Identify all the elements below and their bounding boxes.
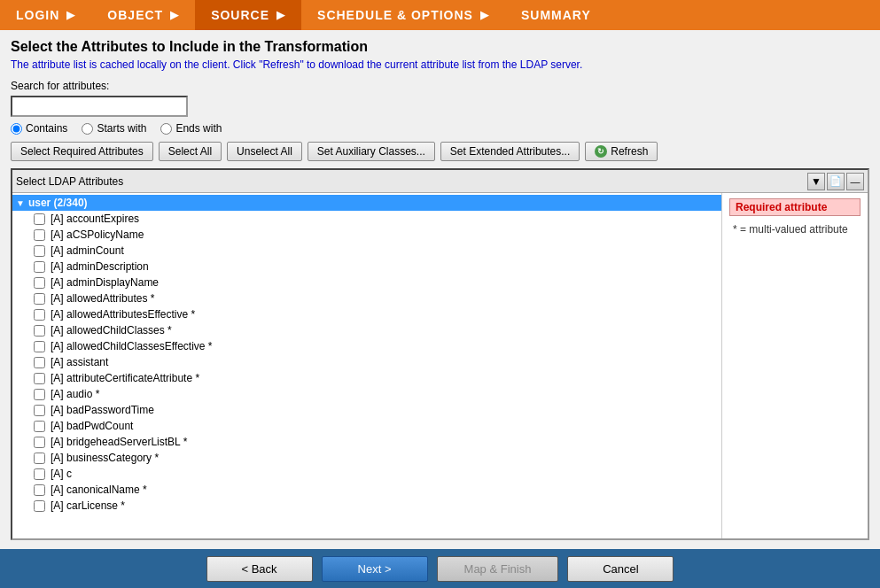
nav-source-label: SOURCE <box>211 8 269 22</box>
list-item: [A] aCSPolicyName <box>12 227 721 243</box>
attr-checkbox[interactable] <box>34 453 45 464</box>
group-label: user (2/340) <box>28 197 88 209</box>
list-item: [A] adminDescription <box>12 259 721 275</box>
attr-label[interactable]: [A] audio * <box>51 388 99 400</box>
radio-ends-with-input[interactable] <box>160 123 172 135</box>
cancel-button[interactable]: Cancel <box>567 556 674 582</box>
bottom-bar: < Back Next > Map & Finish Cancel <box>0 549 880 588</box>
list-item: [A] businessCategory * <box>12 450 721 466</box>
set-auxiliary-button[interactable]: Set Auxiliary Classes... <box>308 142 435 161</box>
attr-label[interactable]: [A] adminDisplayName <box>51 276 159 289</box>
list-item: [A] allowedChildClassesEffective * <box>12 338 721 354</box>
attr-checkbox[interactable] <box>34 309 45 321</box>
attr-label[interactable]: [A] assistant <box>51 356 108 368</box>
attr-label[interactable]: [A] attributeCertificateAttribute * <box>51 372 199 384</box>
next-button[interactable]: Next > <box>322 556 428 582</box>
attr-checkbox[interactable] <box>34 421 45 432</box>
attr-label[interactable]: [A] bridgeheadServerListBL * <box>51 436 187 448</box>
attr-label[interactable]: [A] businessCategory * <box>51 452 159 464</box>
radio-contains-input[interactable] <box>11 123 22 135</box>
attributes-panel: Select LDAP Attributes ▼ 📄 — ▼ user (2/3… <box>11 168 869 540</box>
dropdown-icon[interactable]: ▼ <box>807 173 825 190</box>
radio-ends-with[interactable]: Ends with <box>160 122 222 135</box>
list-item: [A] canonicalName * <box>12 482 721 498</box>
refresh-icon: ↻ <box>595 145 607 158</box>
list-item: [A] adminCount <box>12 243 721 259</box>
nav-object[interactable]: OBJECT ▶ <box>91 0 195 30</box>
nav-summary[interactable]: SUMMARY <box>505 0 607 30</box>
list-item: [A] assistant <box>12 354 721 370</box>
attr-label[interactable]: [A] badPwdCount <box>51 420 133 432</box>
top-nav: LOGIN ▶ OBJECT ▶ SOURCE ▶ SCHEDULE & OPT… <box>0 0 880 30</box>
map-finish-button: Map & Finish <box>437 556 559 582</box>
nav-source-arrow: ▶ <box>276 9 285 21</box>
list-item: [A] adminDisplayName <box>12 275 721 290</box>
search-input[interactable] <box>11 96 188 117</box>
main-content: Select the Attributes to Include in the … <box>0 30 880 549</box>
attr-label[interactable]: [A] allowedChildClassesEffective * <box>51 340 213 352</box>
attr-label[interactable]: [A] allowedChildClasses * <box>51 324 172 337</box>
list-item: [A] c <box>12 466 721 482</box>
nav-schedule-label: SCHEDULE & OPTIONS <box>317 8 473 22</box>
attr-checkbox[interactable] <box>34 293 45 305</box>
attr-label[interactable]: [A] accountExpires <box>51 213 139 225</box>
legend-multi: * = multi-valued attribute <box>729 221 861 237</box>
list-item: [A] accountExpires <box>12 211 721 227</box>
list-item: [A] carLicense * <box>12 498 721 514</box>
attr-checkbox[interactable] <box>34 277 45 289</box>
attr-checkbox[interactable] <box>34 373 45 384</box>
radio-ends-with-label: Ends with <box>175 122 222 135</box>
page-title: Select the Attributes to Include in the … <box>11 39 869 55</box>
attr-label[interactable]: [A] allowedAttributes * <box>51 292 154 305</box>
header-icons: ▼ 📄 — <box>807 173 864 190</box>
nav-login-arrow: ▶ <box>66 9 75 21</box>
list-item: [A] allowedChildClasses * <box>12 322 721 338</box>
attr-label[interactable]: [A] allowedAttributesEffective * <box>51 308 195 321</box>
attr-checkbox[interactable] <box>34 484 45 496</box>
new-file-icon[interactable]: 📄 <box>827 173 845 190</box>
attr-checkbox[interactable] <box>34 213 45 225</box>
attr-checkbox[interactable] <box>34 389 45 400</box>
attr-checkbox[interactable] <box>34 341 45 352</box>
attr-label[interactable]: [A] carLicense * <box>51 499 125 512</box>
attr-checkbox[interactable] <box>34 468 45 480</box>
collapse-triangle: ▼ <box>16 198 25 208</box>
attr-label[interactable]: [A] badPasswordTime <box>51 404 154 416</box>
nav-summary-label: SUMMARY <box>521 8 591 22</box>
attr-label[interactable]: [A] canonicalName * <box>51 484 147 496</box>
attr-checkbox[interactable] <box>34 229 45 241</box>
attr-label[interactable]: [A] aCSPolicyName <box>51 228 144 241</box>
attr-checkbox[interactable] <box>34 325 45 337</box>
refresh-button[interactable]: ↻ Refresh <box>585 142 658 161</box>
attr-group-header[interactable]: ▼ user (2/340) <box>12 195 721 211</box>
select-all-button[interactable]: Select All <box>159 142 222 161</box>
nav-source[interactable]: SOURCE ▶ <box>195 0 301 30</box>
attr-checkbox[interactable] <box>34 261 45 273</box>
attr-label[interactable]: [A] adminDescription <box>51 260 149 273</box>
attr-checkbox[interactable] <box>34 357 45 368</box>
attr-label[interactable]: [A] c <box>51 468 72 480</box>
nav-login-label: LOGIN <box>16 8 59 22</box>
nav-schedule[interactable]: SCHEDULE & OPTIONS ▶ <box>301 0 505 30</box>
radio-starts-with-input[interactable] <box>82 123 93 135</box>
set-extended-button[interactable]: Set Extended Attributes... <box>440 142 580 161</box>
attr-checkbox[interactable] <box>34 245 45 257</box>
attr-list[interactable]: ▼ user (2/340) [A] accountExpires[A] aCS… <box>12 193 721 538</box>
attr-label[interactable]: [A] adminCount <box>51 244 124 257</box>
list-item: [A] attributeCertificateAttribute * <box>12 370 721 386</box>
radio-contains[interactable]: Contains <box>11 122 67 135</box>
attr-checkbox[interactable] <box>34 437 45 448</box>
nav-schedule-arrow: ▶ <box>480 9 489 21</box>
attr-checkbox[interactable] <box>34 405 45 416</box>
select-required-button[interactable]: Select Required Attributes <box>11 142 153 161</box>
nav-login[interactable]: LOGIN ▶ <box>0 0 91 30</box>
unselect-all-button[interactable]: Unselect All <box>227 142 302 161</box>
attr-panel-header: Select LDAP Attributes ▼ 📄 — <box>12 170 868 193</box>
list-item: [A] badPasswordTime <box>12 402 721 418</box>
nav-object-arrow: ▶ <box>170 9 179 21</box>
back-button[interactable]: < Back <box>206 556 313 582</box>
minus-icon[interactable]: — <box>846 173 864 190</box>
radio-starts-with[interactable]: Starts with <box>82 122 146 135</box>
attr-checkbox[interactable] <box>34 500 45 512</box>
button-bar: Select Required Attributes Select All Un… <box>11 142 869 161</box>
